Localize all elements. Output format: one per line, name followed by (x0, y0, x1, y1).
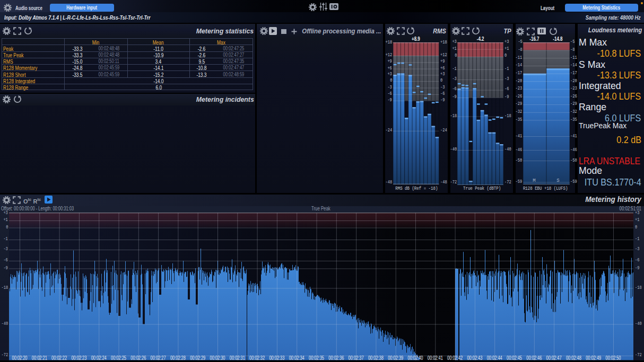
svg-text:00:02:31: 00:02:31 (230, 354, 245, 360)
svg-text:00:02:26: 00:02:26 (130, 354, 146, 360)
svg-text:00:02:33: 00:02:33 (269, 354, 284, 360)
svg-text:00:02:21: 00:02:21 (32, 354, 47, 360)
svg-text:M: M (533, 178, 535, 183)
svg-text:00:02:27: 00:02:27 (151, 354, 166, 360)
svg-text:00:02:23: 00:02:23 (71, 354, 86, 360)
svg-text:00:02:50: 00:02:50 (606, 354, 621, 360)
svg-text:00:02:20: 00:02:20 (12, 354, 28, 360)
svg-text:00:02:24: 00:02:24 (91, 354, 107, 360)
svg-text:00:02:38: 00:02:38 (368, 354, 384, 360)
svg-text:00:02:48: 00:02:48 (566, 354, 581, 360)
svg-text:00:02:34: 00:02:34 (289, 354, 304, 360)
svg-text:00:02:49: 00:02:49 (586, 354, 601, 360)
svg-text:00:02:28: 00:02:28 (170, 354, 186, 360)
svg-text:00:02:22: 00:02:22 (51, 354, 67, 360)
svg-text:S: S (556, 178, 559, 183)
svg-text:00:02:42: 00:02:42 (447, 354, 463, 360)
svg-text:00:02:40: 00:02:40 (408, 354, 423, 360)
svg-text:00:02:37: 00:02:37 (349, 354, 364, 360)
svg-text:00:02:39: 00:02:39 (388, 354, 403, 360)
svg-text:00:02:44: 00:02:44 (487, 354, 502, 360)
svg-text:00:02:41: 00:02:41 (428, 354, 443, 360)
svg-text:00:02:29: 00:02:29 (190, 354, 205, 360)
svg-text:00:02:36: 00:02:36 (328, 354, 344, 360)
svg-text:00:02:43: 00:02:43 (467, 354, 482, 360)
svg-text:00:02:35: 00:02:35 (309, 354, 324, 360)
svg-text:00:02:45: 00:02:45 (507, 354, 522, 360)
svg-text:00:02:32: 00:02:32 (249, 354, 265, 360)
svg-text:00:02:25: 00:02:25 (111, 354, 126, 360)
svg-text:00:02:30: 00:02:30 (210, 354, 225, 360)
svg-text:00:02:46: 00:02:46 (526, 354, 542, 360)
svg-text:00:02:47: 00:02:47 (546, 354, 562, 360)
